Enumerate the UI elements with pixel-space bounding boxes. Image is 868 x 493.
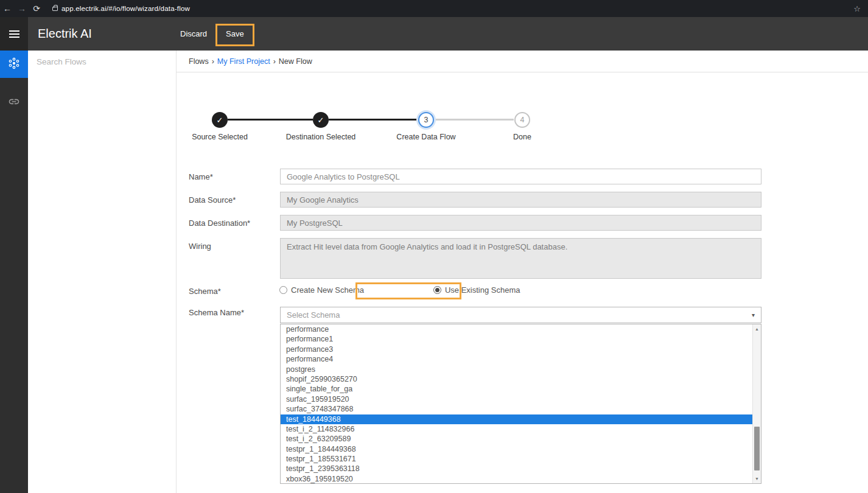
breadcrumb-separator: › [273,57,276,66]
link-icon [8,96,20,110]
discard-button[interactable]: Discard [180,17,207,51]
schema-option[interactable]: single_table_for_ga [281,384,752,394]
step-1-label: Source Selected [192,133,248,141]
app-title: Electrik AI [38,17,92,51]
forward-icon[interactable]: → [15,4,29,13]
schema-name-select[interactable]: Select Schema ▾ [280,307,761,323]
breadcrumb-separator: › [212,57,214,66]
step-2-circle: ✓ [313,112,329,128]
sidebar-item-flows[interactable] [0,51,28,78]
scrollbar-thumb[interactable] [754,427,760,470]
schema-name-label: Schema Name* [189,308,244,317]
schema-option[interactable]: testpr_1_184449368 [281,444,752,454]
hamburger-icon [9,30,19,32]
back-icon[interactable]: ← [0,4,15,13]
step-3-label: Create Data Flow [396,133,455,141]
step-2-label: Destination Selected [286,133,356,141]
step-4-label: Done [513,133,531,141]
browser-chrome: ← → ⟳ app.electrik.ai/#/io/flow/wizard/d… [0,0,868,17]
schema-option[interactable]: performance3 [281,344,752,354]
data-source-field [280,192,761,208]
schema-option[interactable]: testpr_1_185531671 [281,454,752,464]
scroll-up-icon[interactable]: ▲ [753,325,761,333]
breadcrumb: Flows › My First Project › New Flow [177,51,868,72]
app-header: Electrik AI Discard Save [0,17,868,51]
sidebar-item-connections[interactable] [0,89,28,116]
step-connector-3 [436,119,514,121]
hamburger-menu-button[interactable] [0,17,28,51]
flow-name-field[interactable] [280,169,761,184]
schema-name-select-value: Select Schema [287,310,340,320]
breadcrumb-flows[interactable]: Flows [189,57,209,66]
scroll-down-icon[interactable]: ▼ [753,475,761,483]
step-connector-2 [329,119,416,121]
breadcrumb-new-flow: New Flow [279,57,312,66]
save-button[interactable]: Save [226,17,244,51]
search-flows-input[interactable] [37,57,164,66]
data-destination-field [280,215,761,231]
schema-radio-group: Create New Schema Use Existing Schema [279,285,520,295]
icon-sidebar [0,51,28,493]
schema-dropdown-list: performance performance1 performance3 pe… [280,324,761,484]
schema-option[interactable]: testpr_1_2395363118 [281,464,752,474]
name-label: Name* [189,172,213,181]
wiring-field: Extract Hit level data from Google Analy… [280,238,761,279]
schema-option[interactable]: performance4 [281,354,752,364]
step-4-circle: 4 [514,112,530,128]
step-1-circle: ✓ [212,112,228,128]
schema-option[interactable]: shopif_25990365270 [281,374,752,384]
step-3-circle: 3 [418,112,434,128]
schema-option[interactable]: performance [281,324,752,334]
refresh-icon[interactable]: ⟳ [29,4,44,13]
create-new-schema-radio[interactable] [279,286,287,294]
step-connector-1 [228,119,313,121]
use-existing-schema-radio[interactable] [433,286,441,294]
schema-option[interactable]: performance1 [281,334,752,344]
schema-option[interactable]: xbox36_195919520 [281,474,752,484]
use-existing-schema-label[interactable]: Use Existing Schema [445,285,520,295]
address-bar[interactable]: app.electrik.ai/#/io/flow/wizard/data-fl… [61,5,190,12]
data-destination-label: Data Destination* [189,219,250,228]
flows-icon [7,57,21,72]
schema-option[interactable]: test_i_2_63209589 [281,434,752,444]
flows-list-panel [28,51,177,493]
schema-label: Schema* [189,287,221,296]
ssl-lock-icon [52,7,58,11]
schema-option[interactable]: surfac_195919520 [281,394,752,404]
schema-option-selected[interactable]: test_184449368 [281,414,752,424]
breadcrumb-project[interactable]: My First Project [217,57,270,66]
check-icon: ✓ [217,116,223,125]
create-new-schema-label[interactable]: Create New Schema [291,285,364,295]
schema-option[interactable]: surfac_3748347868 [281,404,752,414]
dropdown-scrollbar[interactable]: ▲ ▼ [752,324,761,483]
data-source-label: Data Source* [189,195,236,205]
chevron-down-icon: ▾ [752,312,755,318]
bookmark-star-icon[interactable]: ☆ [853,4,861,13]
check-icon: ✓ [318,116,324,125]
wiring-label: Wiring [189,242,211,251]
schema-option[interactable]: postgres [281,365,752,374]
schema-option[interactable]: test_i_2_114832966 [281,424,752,434]
app-window: ← → ⟳ app.electrik.ai/#/io/flow/wizard/d… [0,0,868,493]
